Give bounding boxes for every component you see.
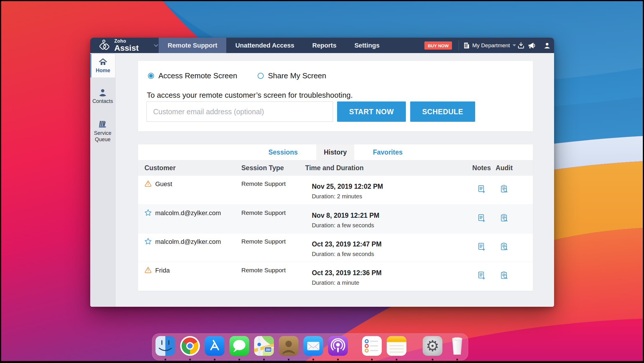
user-profile-icon[interactable] [543,42,551,49]
table-row: malcolm.d@zylker.com Remote Support Oct … [138,233,533,262]
dock-app-maps[interactable]: 280 [254,336,274,361]
trash-icon [447,336,467,356]
session-description: To access your remote customer’s screen … [147,91,353,100]
audit-clipboard-icon [500,243,508,251]
app-switcher-chevron-down-icon[interactable] [154,43,158,48]
announcement-megaphone-icon[interactable] [528,42,536,49]
table-row: malcolm.d@zylker.com Remote Support Nov … [138,204,533,233]
start-session-card: Access Remote Screen Share My Screen To … [138,61,533,131]
sidebar-item-home[interactable]: Home [90,54,115,77]
radio-share-my-screen[interactable]: Share My Screen [258,71,326,80]
system-preferences-icon: ⚙ [423,336,442,356]
running-indicator [189,359,191,360]
service-queue-icon [98,120,107,128]
tab-remote-support[interactable]: Remote Support [159,38,226,53]
dock-app-notes[interactable] [387,336,406,361]
dock-app-chrome[interactable] [180,336,200,361]
department-caret-down-icon [513,44,516,46]
session-time: Nov 25, 2019 12:02 PM [312,183,470,190]
dock-app-finder[interactable] [155,336,175,361]
maps-badge-text: 280 [265,348,271,351]
running-indicator [371,359,373,360]
customer-name: Frida [155,267,170,274]
dock-app-app-store[interactable] [205,336,225,361]
favorite-star-icon[interactable] [144,238,152,245]
favorite-star-icon[interactable] [144,209,152,216]
col-notes: Notes [470,164,493,172]
customer-name: malcolm.d@zylker.com [155,238,221,246]
customer-name: malcolm.d@zylker.com [155,209,221,217]
dock-app-system-preferences[interactable]: ⚙ [423,336,442,361]
col-session-type: Session Type [241,164,305,172]
tab-sessions[interactable]: Sessions [261,144,305,160]
customer-name: Guest [155,180,172,188]
tab-unattended-access[interactable]: Unattended Access [226,38,303,53]
add-note-button[interactable] [470,205,493,233]
col-customer: Customer [144,164,241,172]
finder-icon [155,336,175,356]
radio-access-remote-screen[interactable]: Access Remote Screen [148,71,237,80]
audit-clipboard-icon [500,271,508,279]
running-indicator [288,359,290,360]
home-icon [99,58,107,66]
zoho-assist-logo-icon [99,39,111,52]
dock-app-podcasts[interactable] [328,336,348,361]
notes-icon [387,336,406,356]
running-indicator [164,359,166,360]
running-indicator [456,359,458,360]
running-indicator [238,359,240,360]
start-now-button[interactable]: START NOW [337,101,406,122]
note-add-icon [478,185,485,193]
sidebar-item-label: Home [91,68,115,74]
running-indicator [337,359,339,360]
reminders-icon [362,336,382,356]
dock-trash[interactable] [447,336,467,361]
radio-label: Access Remote Screen [158,71,237,80]
contacts-icon [279,336,299,356]
logo-zoho-text: Zoho [114,39,139,43]
view-audit-button[interactable] [493,262,515,291]
department-selector[interactable]: My Department [463,38,516,53]
building-icon [463,42,470,49]
session-type: Remote Support [241,176,305,204]
dock-app-contacts[interactable] [279,336,299,361]
download-icon[interactable] [517,42,525,49]
add-note-button[interactable] [470,176,493,204]
note-add-icon [478,243,485,251]
dock-app-messages[interactable] [229,336,249,361]
radio-unselected-icon [258,73,264,79]
chrome-icon [180,336,200,356]
tab-history[interactable]: History [316,144,354,160]
dock-app-mail[interactable] [303,336,323,361]
session-duration: Duration: a minute [312,279,470,286]
add-note-button[interactable] [470,262,493,291]
audit-clipboard-icon [500,185,508,193]
schedule-button[interactable]: SCHEDULE [410,101,475,122]
maps-icon: 280 [254,336,274,356]
dock-app-reminders[interactable] [362,336,382,361]
session-type: Remote Support [241,233,305,262]
customer-email-input[interactable] [146,101,333,122]
session-type: Remote Support [241,262,305,291]
view-audit-button[interactable] [493,233,515,262]
add-note-button[interactable] [470,233,493,262]
view-audit-button[interactable] [493,176,515,204]
tab-favorites[interactable]: Favorites [365,144,410,160]
macos-dock: 280 [152,333,468,360]
session-time: Oct 23, 2019 12:47 PM [312,240,470,248]
col-time-duration: Time and Duration [305,164,470,172]
sidebar-item-contacts[interactable]: Contacts [90,84,115,108]
sidebar-item-label: Service Queue [91,130,115,143]
running-indicator [432,359,433,360]
tab-reports[interactable]: Reports [303,38,345,53]
session-type: Remote Support [241,205,305,233]
sidebar-item-service-queue[interactable]: Service Queue [90,116,115,146]
logo-assist-text: Assist [114,44,139,52]
running-indicator [214,359,216,360]
sidebar-item-label: Contacts [91,98,115,105]
view-audit-button[interactable] [493,205,515,233]
tab-settings[interactable]: Settings [345,38,389,53]
note-add-icon [478,214,485,222]
radio-label: Share My Screen [268,71,326,80]
buy-now-button[interactable]: BUY NOW [424,41,452,50]
